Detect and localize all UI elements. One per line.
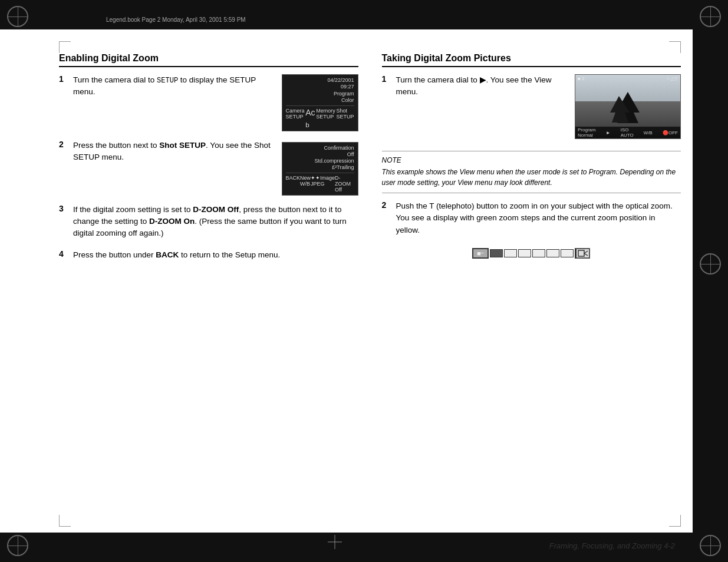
svg-line-4	[584, 253, 588, 256]
right-section-title: Taking Digital Zoom Pictures	[382, 53, 681, 67]
step-1: 1 Turn the camera dial to SETUP to displ…	[59, 74, 358, 131]
content-area: Enabling Digital Zoom 1 Turn the camera …	[59, 53, 681, 521]
photo-trees	[610, 89, 645, 127]
dzoom-off-bold: D-ZOOM Off	[193, 205, 239, 214]
note-label: NOTE	[382, 156, 681, 164]
right-step-2: 2 Push the T (telephoto) button to zoom …	[382, 200, 681, 236]
top-black-bar	[0, 0, 693, 29]
reg-mark-tl	[59, 41, 71, 53]
step-4-num: 4	[59, 249, 68, 259]
back-bold: BACK	[156, 250, 179, 259]
photo-iso: ISOAUTO	[621, 127, 634, 138]
screen2-dzoom: D-ZOOMOff	[335, 175, 354, 193]
photo-top-info: ■ 2 ○ △▽	[578, 76, 678, 81]
step-3: 3 If the digital zoom setting is set to …	[59, 204, 358, 240]
zoom-seg-1	[490, 249, 503, 257]
right-step-2-text: Push the T (telephoto) button to zoom in…	[396, 200, 681, 236]
right-step-2-num: 2	[382, 200, 391, 210]
zoom-seg-6	[561, 249, 574, 257]
note-text: This example shows the View menu when th…	[382, 167, 681, 188]
photo-background: ■ 2 ○ △▽ ProgramNormal ► ISOAUTO W/B 🔴OF…	[575, 75, 680, 138]
zoom-seg-4	[532, 249, 545, 257]
right-column: Taking Digital Zoom Pictures 1 Turn the …	[382, 53, 681, 521]
setup-mono: SETUP	[157, 77, 178, 85]
photo-program: ProgramNormal	[578, 127, 596, 138]
screen-2: Confirmation Off Std.compression £²Trail…	[282, 142, 358, 196]
zoom-wide-end: ■─	[472, 248, 489, 259]
crosshair-right-bot	[700, 535, 721, 556]
photo-off: 🔴OFF	[663, 130, 678, 135]
photo-arrow: ►	[606, 130, 611, 135]
right-black-bar	[693, 0, 728, 562]
photo-wb: W/B	[644, 130, 653, 135]
right-step-1-text: Turn the camera dial to ▶. You see the V…	[396, 74, 568, 98]
right-step-1-num: 1	[382, 74, 391, 84]
step-2-num: 2	[59, 140, 68, 149]
photo-bottom-bar: ProgramNormal ► ISOAUTO W/B 🔴OFF	[575, 127, 680, 138]
zoom-seg-2	[504, 249, 517, 257]
step-2-text: Press the button next to Shot SETUP. You…	[73, 140, 277, 164]
step-1-text: Turn the camera dial to SETUP to display…	[73, 74, 277, 98]
file-info: Legend.book Page 2 Monday, April 30, 200…	[106, 16, 246, 23]
center-bottom-cross	[328, 535, 342, 551]
step-4: 4 Press the button under BACK to return …	[59, 249, 358, 261]
left-column: Enabling Digital Zoom 1 Turn the camera …	[59, 53, 358, 521]
zoom-seg-5	[546, 249, 559, 257]
zoom-seg-3	[518, 249, 531, 257]
dzoom-on-bold: D-ZOOM On	[149, 217, 195, 226]
screen1-icon: Acb	[305, 108, 315, 128]
zoom-bar: ■─	[472, 248, 590, 259]
right-step-1-row: 1 Turn the camera dial to ▶. You see the…	[382, 74, 681, 144]
screen2-wb: NewW/B	[300, 175, 311, 193]
crosshair-left-bot	[7, 535, 28, 556]
step-2-row: 2 Press the button next to Shot SETUP. Y…	[59, 140, 358, 196]
left-section-title: Enabling Digital Zoom	[59, 53, 358, 67]
reg-mark-tr	[669, 41, 681, 53]
screen2-back: BACK	[286, 175, 301, 193]
photo-counter: ■ 2	[578, 76, 585, 81]
photo-mode-icon: ○ △▽	[667, 76, 678, 81]
view-photo: ■ 2 ○ △▽ ProgramNormal ► ISOAUTO W/B 🔴OF…	[575, 74, 681, 139]
crosshair-right-top	[700, 6, 721, 27]
shot-setup-bold: Shot SETUP	[159, 141, 206, 150]
step-1-num: 1	[59, 74, 68, 84]
zoom-bar-container: ■─	[382, 248, 681, 259]
crosshair-right-mid	[700, 253, 721, 275]
step-4-text: Press the button under BACK to return to…	[73, 249, 358, 261]
footer-text: Framing, Focusing, and Zooming 4-2	[549, 541, 675, 550]
screen-1: 04/22/2001 09:27 Program Color CameraSET…	[282, 74, 358, 131]
screen1-shot: ShotSETUP	[336, 108, 354, 128]
screen1-memory: MemorySETUP	[316, 108, 335, 128]
step-3-num: 3	[59, 204, 68, 213]
svg-line-3	[584, 251, 588, 253]
screen1-camera: CameraSETUP	[286, 108, 305, 128]
note-box: NOTE This example shows the View menu wh…	[382, 151, 681, 193]
crosshair-left-top	[7, 6, 28, 27]
screen2-jpeg: ✦✦ImageJPEG	[311, 175, 335, 193]
step-3-text: If the digital zoom setting is set to D-…	[73, 204, 358, 240]
svg-rect-2	[578, 250, 584, 256]
zoom-tele-end	[575, 248, 590, 259]
